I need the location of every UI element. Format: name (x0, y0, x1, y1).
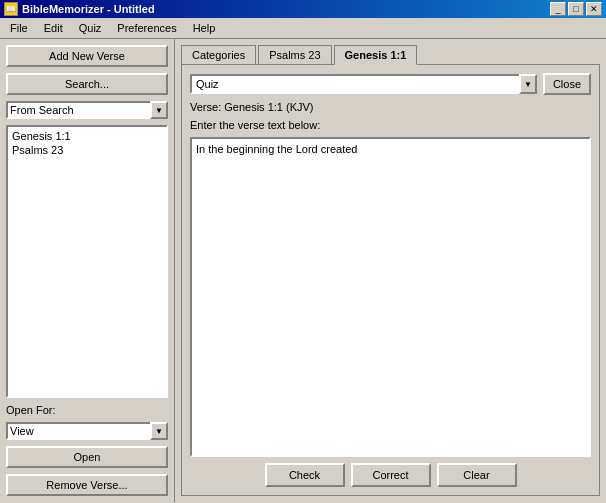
tab-categories[interactable]: Categories (181, 45, 256, 65)
remove-verse-button[interactable]: Remove Verse... (6, 474, 168, 496)
tab-content: Quiz View Edit ▼ Close Verse: Genesis 1:… (181, 64, 600, 496)
check-button[interactable]: Check (265, 463, 345, 487)
open-for-label: Open For: (6, 404, 168, 416)
filter-select[interactable]: From Search All Verses By Category (6, 101, 168, 119)
verse-info: Verse: Genesis 1:1 (KJV) (190, 101, 591, 113)
tab-genesis-1-1[interactable]: Genesis 1:1 (334, 45, 418, 65)
main-container: Add New Verse Search... From Search All … (0, 39, 606, 502)
add-new-verse-button[interactable]: Add New Verse (6, 45, 168, 67)
maximize-button[interactable]: □ (568, 2, 584, 16)
filter-select-wrapper: From Search All Verses By Category ▼ (6, 101, 168, 119)
action-buttons: Check Correct Clear (190, 463, 591, 487)
search-button[interactable]: Search... (6, 73, 168, 95)
list-item[interactable]: Genesis 1:1 (10, 129, 164, 143)
open-for-select[interactable]: View Edit Quiz (6, 422, 168, 440)
right-panel: Categories Psalms 23 Genesis 1:1 Quiz Vi… (175, 39, 606, 502)
left-panel: Add New Verse Search... From Search All … (0, 39, 175, 502)
minimize-button[interactable]: _ (550, 2, 566, 16)
open-for-select-wrapper: View Edit Quiz ▼ (6, 422, 168, 440)
close-window-button[interactable]: ✕ (586, 2, 602, 16)
menu-quiz[interactable]: Quiz (73, 20, 108, 36)
open-button[interactable]: Open (6, 446, 168, 468)
window-title: BibleMemorizer - Untitled (22, 3, 155, 15)
title-bar: 📖 BibleMemorizer - Untitled _ □ ✕ (0, 0, 606, 18)
quiz-mode-select[interactable]: Quiz View Edit (190, 74, 537, 94)
enter-verse-label: Enter the verse text below: (190, 119, 591, 131)
correct-button[interactable]: Correct (351, 463, 431, 487)
quiz-select-wrapper: Quiz View Edit ▼ (190, 74, 537, 94)
title-bar-buttons: _ □ ✕ (550, 2, 602, 16)
tabs-bar: Categories Psalms 23 Genesis 1:1 (181, 45, 600, 65)
list-item[interactable]: Psalms 23 (10, 143, 164, 157)
close-button[interactable]: Close (543, 73, 591, 95)
app-icon: 📖 (4, 2, 18, 16)
menu-help[interactable]: Help (187, 20, 222, 36)
clear-button[interactable]: Clear (437, 463, 517, 487)
menu-edit[interactable]: Edit (38, 20, 69, 36)
menu-file[interactable]: File (4, 20, 34, 36)
verse-input[interactable] (190, 137, 591, 457)
menu-preferences[interactable]: Preferences (111, 20, 182, 36)
quiz-bar: Quiz View Edit ▼ Close (190, 73, 591, 95)
tab-psalms-23[interactable]: Psalms 23 (258, 45, 331, 65)
verse-list[interactable]: Genesis 1:1 Psalms 23 (6, 125, 168, 398)
menu-bar: File Edit Quiz Preferences Help (0, 18, 606, 39)
